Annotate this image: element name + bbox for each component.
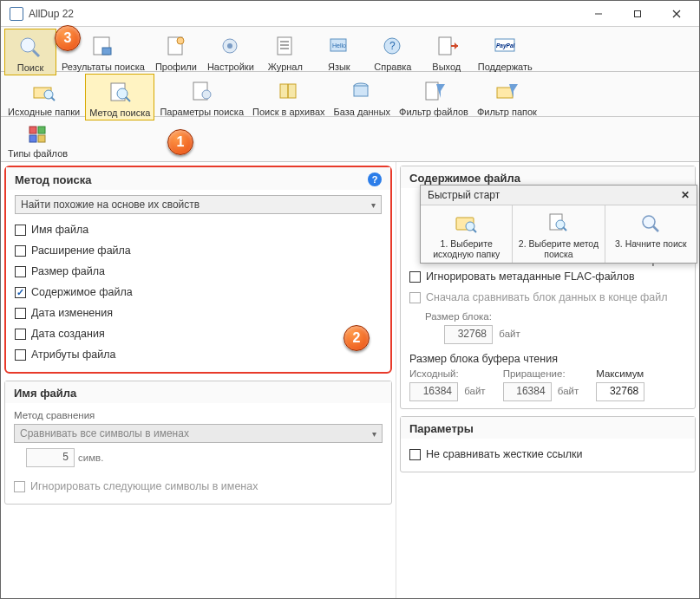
ribbon-src-folders[interactable]: Исходные папки [4, 74, 83, 120]
ribbon-label: Поиск [17, 62, 43, 73]
group-parameters: Параметры Не сравнивать жесткие ссылки [400, 416, 696, 472]
ribbon-label: Профили [155, 62, 197, 72]
qs-step-1[interactable]: 1. Выберите исходную папку [421, 205, 513, 263]
paypal-icon: PayPal [491, 32, 519, 60]
svg-line-47 [473, 229, 476, 232]
ribbon-help[interactable]: ?Справка [367, 29, 419, 75]
ribbon-archives[interactable]: Поиск в архивах [249, 74, 329, 120]
label-increment: Приращение: [503, 368, 579, 379]
ribbon-exit[interactable]: Выход [421, 29, 473, 75]
check-Расширение-файла[interactable]: Расширение файла [15, 240, 382, 261]
svg-point-51 [643, 216, 655, 228]
input-increment[interactable]: 16384 [503, 382, 552, 401]
ribbon-file-types[interactable]: Типы файлов [4, 119, 71, 158]
check-Содержимое-файла[interactable]: Содержимое файла [15, 282, 382, 303]
qs-step-2[interactable]: 2. Выберите метод поиска [513, 205, 605, 263]
ribbon-profiles[interactable]: Профили [150, 29, 202, 75]
qs-step-3[interactable]: 3. Начните поиск [605, 205, 697, 263]
ribbon-label: Фильтр папок [477, 107, 537, 117]
database-icon [348, 77, 376, 105]
combo-label: Найти похожие на основе их свойств [21, 199, 200, 211]
check-Дата-изменения[interactable]: Дата изменения [15, 303, 382, 323]
badge-1: 1 [167, 129, 193, 155]
minimize-button[interactable] [579, 2, 618, 26]
ribbon-label: Журнал [268, 62, 303, 72]
magnifier-icon [638, 211, 663, 235]
src-folders-icon [30, 77, 58, 105]
check-block-end[interactable]: Сначала сравнивать блок данных в конце ф… [409, 287, 686, 308]
ribbon-database[interactable]: База данных [330, 74, 395, 120]
close-button[interactable] [657, 2, 696, 26]
label-source: Исходный: [409, 368, 486, 379]
check-Атрибуты-файла[interactable]: Атрибуты файла [15, 344, 382, 365]
profiles-icon [162, 32, 190, 60]
svg-rect-39 [497, 88, 513, 98]
maximize-button[interactable] [618, 2, 657, 26]
ribbon-label: Настройки [207, 62, 254, 72]
ribbon-label: Выход [432, 62, 461, 72]
svg-marker-22 [455, 42, 458, 49]
filename-title: Имя файла [14, 387, 76, 400]
search-params-icon [188, 77, 216, 105]
ribbon-label: Поддержать [478, 62, 533, 72]
quickstart-title: Быстрый старт [428, 189, 500, 201]
results-icon [89, 32, 117, 60]
ribbon-file-filter[interactable]: Фильтр файлов [396, 74, 472, 120]
checkbox-icon [15, 349, 26, 361]
panel-right: Содержимое файла файлах Игнорировать мет… [396, 162, 699, 598]
svg-point-4 [21, 38, 35, 52]
group-search-method: Метод поиска ? Найти похожие на основе и… [4, 166, 392, 374]
checkbox-icon [15, 245, 26, 257]
svg-rect-1 [634, 10, 640, 16]
check-flac[interactable]: Игнорировать метаданные FLAC-файлов [409, 266, 686, 287]
checkbox-icon [15, 329, 26, 340]
check-hardlinks[interactable]: Не сравнивать жесткие ссылки [409, 444, 686, 465]
svg-text:Hello: Hello [332, 42, 346, 49]
content-title: Содержимое файла [409, 172, 520, 185]
svg-rect-43 [29, 135, 36, 142]
block-first-label: Сначала сравнивать блок данных в конце ф… [426, 291, 668, 303]
ribbon-settings[interactable]: Настройки [204, 29, 258, 75]
combo-search-basis[interactable]: Найти похожие на основе их свойств ▾ [15, 195, 382, 214]
group-filename: Имя файла Метод сравнения Сравнивать все… [4, 381, 392, 505]
file-types-icon [24, 122, 52, 146]
svg-line-30 [126, 97, 130, 101]
ribbon-folder-filter[interactable]: Фильтр папок [474, 74, 540, 120]
checkbox-label: Дата изменения [31, 307, 113, 319]
checkbox-label: Имя файла [31, 224, 88, 236]
ribbon-paypal[interactable]: PayPalПоддержать [474, 29, 536, 75]
input-source[interactable]: 16384 [409, 382, 458, 401]
log-icon [271, 32, 299, 60]
svg-line-52 [653, 226, 658, 231]
help-icon[interactable]: ? [368, 173, 382, 186]
qs3-label: 3. Начните поиск [615, 238, 687, 249]
combo-compare-symbols[interactable]: Сравнивать все символы в именах ▾ [14, 424, 383, 443]
check-Имя-файла[interactable]: Имя файла [15, 219, 382, 240]
params-title: Параметры [409, 422, 474, 435]
input-maximum[interactable]: 32768 [596, 382, 644, 401]
svg-rect-7 [102, 48, 111, 55]
ribbon-search[interactable]: Поиск [4, 29, 56, 75]
svg-rect-37 [426, 82, 438, 100]
lang-icon: Hello [325, 32, 353, 60]
buffer-title: Размер блока буфера чтения [409, 353, 686, 365]
quickstart-close[interactable]: ✕ [681, 189, 690, 201]
ribbon-log[interactable]: Журнал [259, 29, 311, 75]
ribbon-label: Типы файлов [8, 148, 68, 159]
ribbon-label: Поиск в архивах [252, 107, 325, 117]
search-method-icon [106, 78, 134, 106]
check-Размер-файла[interactable]: Размер файла [15, 261, 382, 282]
combo-compare-label: Сравнивать все символы в именах [20, 427, 189, 439]
flac-label: Игнорировать метаданные FLAC-файлов [426, 270, 635, 283]
content-area: Метод поиска ? Найти похожие на основе и… [1, 162, 699, 598]
ribbon-search-params[interactable]: Параметры поиска [156, 74, 247, 120]
ribbon-lang[interactable]: HelloЯзык [313, 29, 365, 75]
ribbon-label: Язык [328, 62, 350, 72]
input-block-size[interactable]: 32768 [444, 325, 493, 344]
check-ignore-symbols[interactable]: Игнорировать следующие символы в именах [14, 476, 383, 497]
input-symbols-count[interactable]: 5 [26, 448, 75, 467]
label-maximum: Максимум [596, 368, 644, 379]
check-Дата-создания[interactable]: Дата создания [15, 323, 382, 344]
ribbon-search-method[interactable]: Метод поиска [85, 74, 154, 120]
file-filter-icon [420, 77, 448, 105]
